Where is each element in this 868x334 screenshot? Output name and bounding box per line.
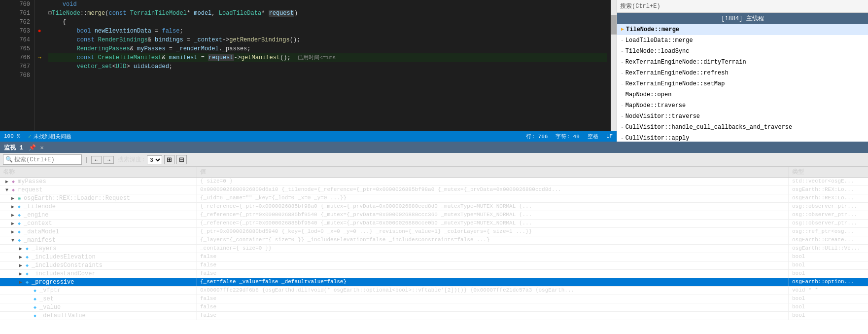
expand-button[interactable]: ▶	[18, 271, 24, 277]
table-row[interactable]: ▶◆_tilenode{_reference={_ptr=0x000002688…	[0, 203, 868, 211]
code-editor[interactable]: void ⊟TileNode::merge(const TerrainTileM…	[44, 0, 611, 131]
editor-area: 760 761 762 763 764 765 766 767 768 ● ⇒	[0, 0, 868, 142]
code-line-767: vector_set<UID> uidsLoaded;	[48, 62, 607, 71]
status-bar: 100 % ✓ 未找到相关问题 行: 766 字符: 49 空格 LF	[0, 131, 617, 142]
expand-button[interactable]: ▶	[18, 262, 24, 268]
variable-type: osgEarth::Util::Ve...	[789, 245, 868, 253]
table-row[interactable]: ◆_vfptr0x00007ffe229df6b8 {osgEarthd.dll…	[0, 287, 868, 295]
table-row[interactable]: ◆_setfalsebool	[0, 295, 868, 303]
inactive-dot-icon: –	[621, 134, 624, 142]
expand-button[interactable]: ▶	[10, 204, 16, 210]
table-row[interactable]: ▶◆_progressive{_set=false _value=false _…	[0, 278, 868, 287]
code-panel: 760 761 762 763 764 765 766 767 768 ● ⇒	[0, 0, 617, 142]
collapse-all-button[interactable]: ⊟	[176, 155, 187, 164]
variable-type-icon: ◆	[18, 237, 21, 243]
table-row[interactable]: ▶◆myPasses{ size=0 }std::vector<osgE...	[0, 178, 868, 186]
call-stack-item[interactable]: –RexTerrainEngineNode::dirtyTerrain	[617, 57, 868, 68]
call-stack-list[interactable]: ▶TileNode::merge–LoadTileData::merge–Til…	[617, 24, 868, 142]
variable-value: {_reference={_ptr=0x0000026885bf98a0 {_m…	[197, 203, 789, 211]
variable-type: bool	[789, 303, 868, 311]
table-row[interactable]: ▶◆_engine{_reference={_ptr=0x0000026885b…	[0, 211, 868, 220]
table-row[interactable]: ◆_valuefalsebool	[0, 303, 868, 312]
call-stack-item-label: TileNode::loadSync	[625, 47, 690, 56]
expand-button[interactable]: ▼	[10, 238, 16, 243]
variable-value: _container={ size=0 }}	[197, 245, 789, 253]
table-row[interactable]: ▶◉osgEarth::REX::Loader::Request{_uid=6 …	[0, 194, 868, 203]
variable-name: _layers	[32, 245, 56, 252]
expand-button[interactable]: ▶	[18, 246, 24, 252]
expand-button[interactable]: ▶	[10, 221, 16, 226]
variable-type-icon: ◆	[18, 229, 21, 235]
table-header: 名称 值 类型	[0, 167, 868, 178]
table-row[interactable]: ▼◆_manifest{_layers={_container={ size=0…	[0, 236, 868, 245]
variable-type: bool	[789, 270, 868, 278]
call-stack-item[interactable]: –RexTerrainEngineNode::setMap	[617, 78, 868, 89]
expand-button[interactable]: ▶	[10, 229, 16, 235]
variable-type: osg::observer_ptr...	[789, 203, 868, 211]
call-stack-item[interactable]: –MapNode::open	[617, 89, 868, 100]
table-row[interactable]: ▼◆request0x00000026880926809d6a10 {_tile…	[0, 186, 868, 194]
call-stack-item[interactable]: –CullVisitor::handle_cull_callbacks_and_…	[617, 122, 868, 133]
table-row[interactable]: ▶◆_layers_container={ size=0 }}osgEarth:…	[0, 245, 868, 253]
table-row[interactable]: ▶◆_context{_reference={_ptr=0x0000026885…	[0, 220, 868, 228]
variable-name: _set	[39, 296, 54, 302]
code-line-762: {	[48, 18, 607, 27]
zoom-level: 100 %	[4, 133, 20, 139]
call-stack-item-label: RexTerrainEngineNode::dirtyTerrain	[625, 58, 746, 67]
call-stack-item-label: LoadTileData::merge	[625, 36, 693, 45]
code-line-765: RenderingPasses& myPasses = _renderModel…	[48, 44, 607, 53]
expand-button[interactable]: ▼	[4, 187, 10, 193]
table-row[interactable]: ▶◆_dataModel{_ptr=0x0000026880bd5940 {_k…	[0, 228, 868, 236]
expand-button[interactable]: ▶	[18, 279, 24, 285]
variable-name: request	[18, 186, 42, 193]
expand-button[interactable]: ▶	[18, 254, 24, 260]
variable-type-icon: ◆	[34, 304, 36, 310]
panel-close-button[interactable]: ✕	[40, 144, 43, 151]
nav-back-button[interactable]: ←	[91, 156, 102, 164]
variable-type-icon: ◆	[26, 271, 29, 277]
variable-table[interactable]: ▶◆myPasses{ size=0 }std::vector<osgE...▼…	[0, 178, 868, 334]
expand-button[interactable]: ▶	[10, 195, 16, 201]
variable-value: 0x00007ffe229df6b8 {osgEarthd.dll!void(*…	[197, 287, 789, 295]
variable-type: bool	[789, 312, 868, 320]
call-stack-item[interactable]: –RexTerrainEngineNode::refresh	[617, 68, 868, 78]
inactive-dot-icon: –	[621, 90, 624, 99]
variable-value: {_layers={_container={ size=0 }} _includ…	[197, 236, 789, 244]
variable-value: false	[197, 303, 789, 311]
variable-name: _includesLandCover	[32, 270, 96, 277]
table-row[interactable]: ◆_defaultValuefalsebool	[0, 312, 868, 320]
variable-type-icon: ◉	[18, 195, 21, 201]
table-row[interactable]: ▶◆_includesLandCoverfalsebool	[0, 270, 868, 278]
table-row[interactable]: ▶◆_includesElevationfalsebool	[0, 253, 868, 261]
nav-forward-button[interactable]: →	[104, 156, 114, 164]
code-line-764: const RenderBindings& bindings = _contex…	[48, 36, 607, 44]
expand-all-button[interactable]: ⊞	[164, 155, 174, 164]
inactive-dot-icon: –	[621, 101, 624, 110]
call-stack-item[interactable]: ▶TileNode::merge	[617, 24, 868, 35]
variable-value: {_reference={_ptr=0x0000026885bf9540 {_m…	[197, 220, 789, 227]
breakpoint-gutter: ● ⇒	[35, 0, 44, 131]
inactive-dot-icon: –	[621, 79, 624, 88]
expand-button[interactable]: ▶	[4, 179, 10, 185]
editor-scrollbar[interactable]	[611, 0, 617, 131]
scrollbar-thumb[interactable]	[611, 15, 617, 35]
call-stack-item[interactable]: –LoadTileData::merge	[617, 35, 868, 46]
table-row[interactable]: ▶◆_includesConstraintsfalsebool	[0, 261, 868, 270]
eol-info: LF	[606, 133, 613, 139]
code-content: 760 761 762 763 764 765 766 767 768 ● ⇒	[0, 0, 617, 131]
variable-value: false	[197, 295, 789, 303]
inactive-dot-icon: –	[621, 69, 624, 77]
variable-name: _vfptr	[39, 287, 61, 294]
panel-pin-icon[interactable]: 📌	[29, 144, 36, 151]
expand-button[interactable]: ▶	[10, 212, 16, 218]
depth-select[interactable]: 3 1 2 4 5	[147, 155, 162, 164]
call-stack-item[interactable]: –NodeVisitor::traverse	[617, 111, 868, 122]
variable-value: {_ptr=0x0000026880bd5940 {_key={_lod=0 _…	[197, 228, 789, 236]
panel-header: 监视 1 📌 ✕	[0, 143, 868, 153]
call-stack-item[interactable]: –CullVisitor::apply	[617, 133, 868, 142]
watch-search-box[interactable]: 🔍 搜索(Ctrl+E)	[3, 154, 82, 165]
variable-name: _includesConstraints	[32, 262, 103, 269]
call-stack-item[interactable]: –TileNode::loadSync	[617, 46, 868, 57]
call-stack-item[interactable]: –MapNode::traverse	[617, 100, 868, 111]
inactive-dot-icon: –	[621, 58, 624, 67]
